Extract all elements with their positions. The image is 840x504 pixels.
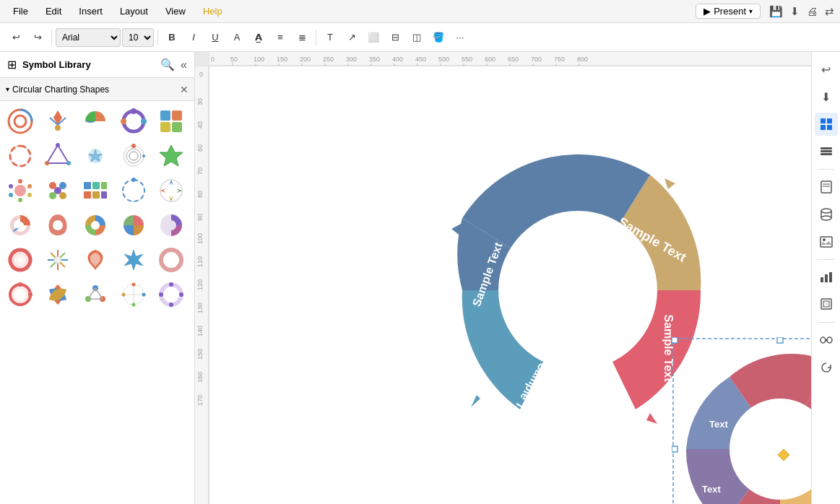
rp-chart-icon[interactable] <box>815 266 838 289</box>
connector-button[interactable]: ↗ <box>342 27 362 48</box>
shape-item[interactable] <box>42 105 74 137</box>
shape-item[interactable] <box>4 140 36 172</box>
shape-item[interactable] <box>79 105 111 137</box>
shape-item[interactable] <box>42 209 74 241</box>
svg-text:800: 800 <box>577 56 588 63</box>
svg-point-13 <box>56 143 60 147</box>
svg-point-62 <box>14 289 26 300</box>
svg-point-20 <box>129 152 138 160</box>
text-bg-button[interactable]: A̲ <box>248 27 269 48</box>
category-close-icon[interactable]: ✕ <box>180 84 189 95</box>
font-color-button[interactable]: A <box>227 27 247 48</box>
shape-item[interactable] <box>155 244 187 276</box>
svg-rect-40 <box>92 191 100 199</box>
canvas-area[interactable]: // Ruler ticks will be drawn via the SVG… <box>195 52 811 504</box>
search-icon[interactable]: 🔍 <box>160 58 175 71</box>
shape-item[interactable] <box>118 279 150 310</box>
svg-text:90: 90 <box>196 214 204 221</box>
svg-point-19 <box>126 149 141 163</box>
svg-point-74 <box>131 283 135 287</box>
bold-button[interactable]: B <box>162 27 182 48</box>
redo-button[interactable]: ↪ <box>27 27 48 48</box>
shape-item[interactable] <box>155 175 187 207</box>
shape-item[interactable] <box>4 209 36 241</box>
undo-button[interactable]: ↩ <box>6 27 26 48</box>
svg-text:140: 140 <box>196 326 204 336</box>
shape-item[interactable] <box>155 209 187 241</box>
svg-point-53 <box>18 258 22 262</box>
rp-undo-icon[interactable]: ↩ <box>815 58 838 81</box>
shape-item[interactable] <box>4 244 36 276</box>
rp-page-icon[interactable] <box>815 175 838 199</box>
ruler-horizontal: // Ruler ticks will be drawn via the SVG… <box>209 52 811 66</box>
align-shapes-button[interactable]: ⊟ <box>385 27 405 48</box>
svg-rect-170 <box>827 125 832 130</box>
align-button[interactable]: ≣ <box>292 27 312 48</box>
rp-database-icon[interactable] <box>815 203 838 226</box>
layout-button[interactable]: ⬜ <box>363 27 384 48</box>
menu-file[interactable]: File <box>6 3 35 19</box>
shape-item[interactable] <box>118 140 150 172</box>
menu-help[interactable]: Help <box>196 3 230 19</box>
present-button[interactable]: ▶ Present ▾ <box>696 4 761 19</box>
shape-item[interactable] <box>118 244 150 276</box>
rp-link-icon[interactable] <box>815 329 838 352</box>
collapse-icon[interactable]: « <box>181 58 187 71</box>
text-format-button[interactable]: T <box>320 27 340 48</box>
shape-item[interactable] <box>155 140 187 172</box>
shape-item[interactable] <box>42 140 74 172</box>
shape-item[interactable] <box>42 244 74 276</box>
font-size-select[interactable]: 10 <box>122 28 154 47</box>
fill-button[interactable]: 🪣 <box>428 27 449 48</box>
save-icon[interactable]: 💾 <box>769 5 783 18</box>
menu-view[interactable]: View <box>158 3 193 19</box>
rp-history-icon[interactable] <box>815 356 838 379</box>
rp-import-icon[interactable]: ⬇ <box>815 85 838 108</box>
rp-box-icon[interactable] <box>815 293 838 316</box>
svg-point-78 <box>161 284 181 305</box>
download-icon[interactable]: ⬇ <box>790 5 800 18</box>
present-play-icon: ▶ <box>703 6 711 17</box>
shape-item[interactable] <box>4 105 36 137</box>
shape-item[interactable] <box>155 279 187 310</box>
category-header: ▾ Circular Charting Shapes ✕ <box>0 78 194 101</box>
svg-point-5 <box>141 118 147 124</box>
share-icon[interactable]: ⇄ <box>825 5 834 18</box>
svg-rect-41 <box>101 191 107 199</box>
italic-button[interactable]: I <box>183 27 204 48</box>
menu-insert[interactable]: Insert <box>72 3 110 19</box>
svg-marker-12 <box>47 145 69 163</box>
svg-point-79 <box>169 282 173 287</box>
svg-text:550: 550 <box>462 56 472 63</box>
menu-edit[interactable]: Edit <box>38 3 69 19</box>
underline-button[interactable]: U <box>205 27 225 48</box>
more-options-button[interactable]: ··· <box>450 27 470 48</box>
shape-item[interactable] <box>79 279 111 310</box>
shape-item[interactable] <box>4 279 36 310</box>
print-icon[interactable]: 🖨 <box>807 5 818 17</box>
font-family-select[interactable]: Arial <box>56 28 121 47</box>
shape-item[interactable] <box>79 209 111 241</box>
shape-item[interactable] <box>118 175 150 207</box>
style-button[interactable]: ◫ <box>407 27 427 48</box>
shape-item[interactable] <box>79 140 111 172</box>
shape-item[interactable] <box>42 279 74 310</box>
shape-item[interactable] <box>79 244 111 276</box>
rp-layers-icon[interactable] <box>815 140 838 163</box>
shape-item[interactable] <box>79 175 111 207</box>
shape-item[interactable] <box>118 209 150 241</box>
shape-item[interactable] <box>155 105 187 137</box>
rp-grid-icon[interactable] <box>815 113 838 136</box>
menu-layout[interactable]: Layout <box>113 3 155 19</box>
rp-image-icon[interactable] <box>815 230 838 253</box>
canvas[interactable]: Sample Text Sample Text Sample Text Samp… <box>209 66 811 504</box>
svg-point-58 <box>54 256 61 264</box>
align-left-button[interactable]: ≡ <box>270 27 290 48</box>
svg-point-25 <box>18 179 22 183</box>
shape-item[interactable] <box>4 175 36 207</box>
shape-item[interactable] <box>42 175 74 207</box>
svg-text:150: 150 <box>196 349 204 360</box>
svg-rect-185 <box>829 272 832 282</box>
doughnut-chart[interactable]: ✕ ✕ <box>672 337 811 504</box>
shape-item[interactable] <box>118 105 150 137</box>
